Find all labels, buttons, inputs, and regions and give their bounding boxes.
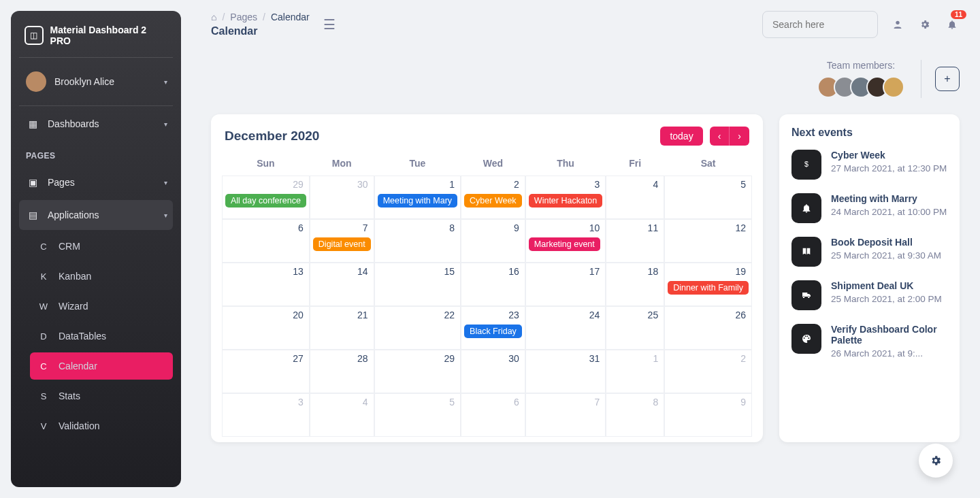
sidebar-item-crm[interactable]: CCRM: [30, 233, 173, 260]
label: Validation: [59, 420, 99, 431]
home-icon[interactable]: ⌂: [211, 12, 216, 22]
settings-icon[interactable]: [917, 17, 932, 32]
calendar-cell[interactable]: 13: [222, 263, 310, 306]
day-number: 16: [508, 266, 519, 277]
add-member-button[interactable]: +: [935, 67, 960, 91]
prev-button[interactable]: ‹: [710, 127, 730, 146]
calendar-cell[interactable]: 14: [310, 263, 374, 306]
calendar-event[interactable]: Cyber Week: [464, 194, 522, 208]
calendar-cell[interactable]: 5: [664, 176, 752, 219]
calendar-cell[interactable]: 2Cyber Week: [461, 176, 525, 219]
apps-icon: ▤: [26, 208, 39, 222]
calendar-cell[interactable]: 26: [664, 306, 752, 350]
calendar-cell[interactable]: 17: [525, 263, 606, 306]
event-name: Cyber Week: [831, 150, 947, 161]
calendar-cell[interactable]: 4: [310, 393, 374, 437]
calendar-cell[interactable]: 9: [664, 393, 752, 437]
palette-icon: [791, 324, 821, 354]
calendar-cell[interactable]: 16: [461, 263, 525, 306]
calendar-cell[interactable]: 2: [664, 350, 752, 393]
calendar-cell[interactable]: 30: [310, 176, 374, 219]
calendar-cell[interactable]: 8: [374, 219, 461, 263]
calendar-cell[interactable]: 29: [374, 350, 461, 393]
calendar-cell[interactable]: 22: [374, 306, 461, 350]
event-item[interactable]: $ Cyber Week 27 March 2021, at 12:30 PM: [791, 150, 947, 180]
calendar-cell[interactable]: 30: [461, 350, 525, 393]
calendar-cell[interactable]: 24: [525, 306, 606, 350]
calendar-cell[interactable]: 12: [664, 219, 752, 263]
label: DataTables: [59, 331, 106, 342]
label: Applications: [48, 210, 99, 220]
today-button[interactable]: today: [660, 127, 702, 146]
calendar-cell[interactable]: 5: [374, 393, 461, 437]
notifications-icon[interactable]: 11: [945, 17, 960, 32]
label: Pages: [48, 177, 75, 188]
sidebar-item-pages[interactable]: ▣ Pages ▾: [19, 167, 173, 197]
calendar-event[interactable]: Dinner with Family: [668, 281, 749, 295]
account-icon[interactable]: [890, 17, 905, 32]
calendar-cell[interactable]: 10Marketing event: [525, 219, 606, 263]
next-button[interactable]: ›: [729, 127, 749, 146]
brand[interactable]: ◫ Material Dashboard 2 PRO: [19, 11, 173, 58]
crumb-root[interactable]: Pages: [230, 12, 257, 22]
calendar-event[interactable]: Marketing event: [529, 237, 600, 251]
calendar-cell[interactable]: 9: [461, 219, 525, 263]
sidebar-item-validation[interactable]: VValidation: [30, 412, 173, 439]
dollar-icon: $: [791, 150, 821, 180]
calendar-cell[interactable]: 21: [310, 306, 374, 350]
calendar-cell[interactable]: 11: [606, 219, 664, 263]
calendar-event[interactable]: Winter Hackaton: [529, 194, 602, 208]
calendar-cell[interactable]: 8: [606, 393, 664, 437]
calendar-event[interactable]: All day conference: [225, 194, 306, 208]
calendar-event[interactable]: Meeting with Mary: [378, 194, 457, 208]
calendar-cell[interactable]: 7: [525, 393, 606, 437]
event-time: 27 March 2021, at 12:30 PM: [831, 163, 947, 173]
user-menu[interactable]: Brooklyn Alice ▾: [19, 58, 173, 106]
day-number: 29: [444, 353, 455, 364]
sidebar-item-applications[interactable]: ▤ Applications ▾: [19, 200, 173, 230]
event-item[interactable]: Meeting with Marry 24 March 2021, at 10:…: [791, 193, 947, 223]
chevron-down-icon: ▾: [164, 212, 167, 219]
sidebar-item-datatables[interactable]: DDataTables: [30, 322, 173, 350]
day-number: 26: [735, 310, 746, 320]
calendar-cell[interactable]: 6: [461, 393, 525, 437]
calendar-cell[interactable]: 6: [222, 219, 310, 263]
calendar-cell[interactable]: 23Black Friday: [461, 306, 525, 350]
chevron-down-icon: ▾: [164, 120, 167, 128]
event-item[interactable]: Book Deposit Hall 25 March 2021, at 9:30…: [791, 237, 947, 267]
menu-toggle-icon[interactable]: ☰: [323, 16, 336, 33]
event-item[interactable]: Shipment Deal UK 25 March 2021, at 2:00 …: [791, 280, 947, 310]
event-time: 24 March 2021, at 10:00 PM: [831, 207, 947, 217]
sidebar-item-wizard[interactable]: WWizard: [30, 293, 173, 320]
calendar-cell[interactable]: 29All day conference: [222, 176, 310, 219]
breadcrumbs: ⌂ / Pages / Calendar Calendar: [211, 12, 310, 37]
calendar-cell[interactable]: 4: [606, 176, 664, 219]
calendar-cell[interactable]: 27: [222, 350, 310, 393]
day-number: 3: [298, 397, 304, 408]
calendar-event[interactable]: Black Friday: [464, 325, 522, 338]
calendar-cell[interactable]: 1: [606, 350, 664, 393]
calendar-cell[interactable]: 28: [310, 350, 374, 393]
calendar-cell[interactable]: 3Winter Hackaton: [525, 176, 606, 219]
calendar-cell[interactable]: 25: [606, 306, 664, 350]
sidebar-item-calendar[interactable]: CCalendar: [30, 352, 173, 380]
calendar-cell[interactable]: 20: [222, 306, 310, 350]
day-number: 22: [444, 310, 455, 320]
day-number: 23: [508, 310, 519, 320]
calendar-cell[interactable]: 18: [606, 263, 664, 306]
search-input[interactable]: [762, 11, 878, 38]
sidebar-item-kanban[interactable]: KKanban: [30, 263, 173, 290]
calendar-event[interactable]: Digital event: [313, 237, 371, 251]
calendar-cell[interactable]: 3: [222, 393, 310, 437]
event-item[interactable]: Verify Dashboard Color Palette 26 March …: [791, 324, 947, 359]
calendar-cell[interactable]: 19Dinner with Family: [664, 263, 752, 306]
team-avatar[interactable]: [883, 76, 904, 98]
day-number: 6: [298, 222, 304, 233]
sidebar-item-stats[interactable]: SStats: [30, 382, 173, 410]
settings-fab[interactable]: [919, 444, 953, 478]
calendar-cell[interactable]: 7Digital event: [310, 219, 374, 263]
sidebar-item-dashboards[interactable]: ▦ Dashboards ▾: [19, 109, 173, 139]
calendar-cell[interactable]: 1Meeting with Mary: [374, 176, 461, 219]
calendar-cell[interactable]: 31: [525, 350, 606, 393]
calendar-cell[interactable]: 15: [374, 263, 461, 306]
